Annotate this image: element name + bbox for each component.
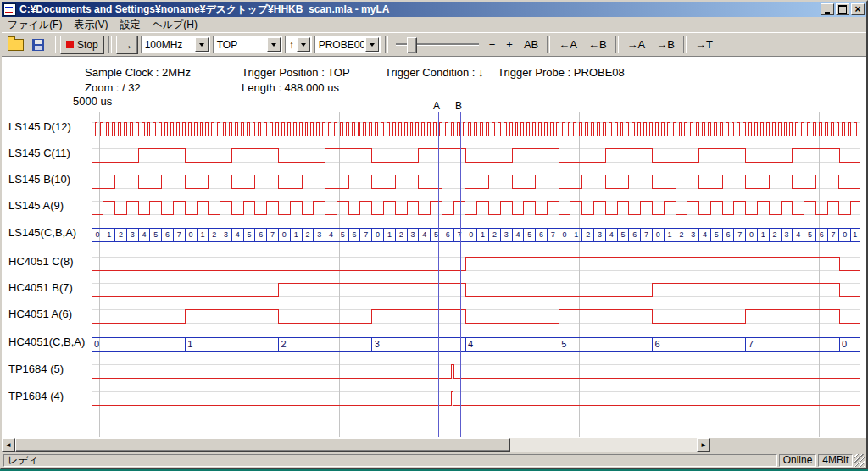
toolbar-separator (615, 36, 619, 53)
run-button[interactable]: → (116, 36, 138, 54)
trigger-probe-select[interactable]: PROBE00 (314, 36, 381, 53)
ab-button[interactable]: AB (520, 36, 542, 54)
save-floppy-icon (32, 39, 44, 51)
trigger-position-info: Trigger Position : TOP (242, 66, 350, 79)
status-message: レディ (3, 454, 777, 467)
toolbar: Stop → 100MHz TOP ↑ PROBE00 − + AB ←A ←B (2, 32, 866, 57)
window-title: C:¥Documents and Settings¥noname¥デスクトップ¥… (19, 3, 821, 17)
app-icon[interactable] (3, 3, 16, 16)
minimize-icon (825, 12, 830, 14)
zoom-out-button[interactable]: − (485, 36, 500, 54)
horizontal-scrollbar[interactable]: ◄ ► (2, 438, 710, 452)
minimize-button[interactable] (821, 3, 834, 15)
goto-marker-b-button[interactable]: ←B (584, 36, 611, 54)
length-info: Length : 488.000 us (242, 81, 339, 94)
zoom-slider[interactable] (394, 36, 481, 54)
zoom-in-button[interactable]: + (502, 36, 517, 54)
open-file-button[interactable] (5, 36, 25, 54)
open-folder-icon (8, 39, 24, 51)
toolbar-separator (108, 36, 112, 53)
trigger-position-select[interactable]: TOP (213, 36, 282, 53)
goto-marker-a-button[interactable]: ←A (554, 36, 581, 54)
toolbar-separator (683, 36, 687, 53)
resize-grip[interactable] (854, 454, 865, 467)
stop-button[interactable]: Stop (60, 36, 104, 54)
sample-clock-info: Sample Clock : 2MHz (85, 66, 191, 79)
trigger-position-value: TOP (214, 39, 266, 51)
next-marker-a-button[interactable]: →A (623, 36, 650, 54)
menu-settings[interactable]: 設定 (114, 16, 146, 34)
chevron-down-icon[interactable] (297, 37, 310, 52)
scroll-left-button[interactable]: ◄ (2, 438, 15, 452)
menubar: ファイル(F) 表示(V) 設定 ヘルプ(H) (2, 17, 866, 32)
menu-view[interactable]: 表示(V) (68, 16, 114, 34)
scrollbar-track[interactable] (15, 438, 697, 452)
statusbar: レディ Online 4MBit (2, 452, 866, 468)
window-controls: × (821, 3, 865, 15)
menu-file[interactable]: ファイル(F) (2, 16, 68, 34)
timebase-label: 5000 us (73, 95, 112, 108)
next-marker-b-button[interactable]: →B (652, 36, 679, 54)
goto-trigger-button[interactable]: →T (691, 36, 717, 54)
scroll-right-button[interactable]: ► (697, 438, 710, 452)
zoom-info: Zoom : / 32 (85, 81, 141, 94)
close-button[interactable]: × (851, 3, 865, 15)
maximize-icon (838, 5, 847, 14)
titlebar[interactable]: C:¥Documents and Settings¥noname¥デスクトップ¥… (2, 2, 866, 17)
chevron-down-icon[interactable] (365, 37, 379, 52)
scrollbar-filler (710, 438, 866, 452)
toolbar-separator (547, 36, 550, 53)
toolbar-separator (385, 36, 388, 53)
trigger-edge-select[interactable]: ↑ (285, 36, 312, 53)
trigger-condition-info: Trigger Condition : ↓ (385, 66, 484, 79)
toolbar-separator (53, 36, 56, 53)
sample-clock-select[interactable]: 100MHz (141, 36, 210, 53)
chevron-down-icon[interactable] (267, 37, 281, 52)
zoom-slider-thumb[interactable] (407, 37, 417, 53)
scrollbar-thumb[interactable] (15, 438, 510, 452)
status-memory: 4MBit (818, 454, 853, 467)
maximize-button[interactable] (836, 3, 849, 15)
status-online: Online (779, 454, 817, 467)
menu-help[interactable]: ヘルプ(H) (146, 16, 203, 34)
chevron-down-icon[interactable] (195, 37, 209, 52)
save-button[interactable] (28, 36, 48, 54)
trigger-probe-info: Trigger Probe : PROBE08 (498, 66, 625, 79)
app-window: C:¥Documents and Settings¥noname¥デスクトップ¥… (0, 0, 868, 469)
stop-label: Stop (77, 39, 98, 51)
waveform-pane[interactable] (2, 57, 866, 438)
trigger-edge-value: ↑ (286, 39, 296, 51)
close-icon: × (854, 5, 860, 14)
trigger-probe-value: PROBE00 (315, 39, 364, 51)
stop-icon (66, 41, 74, 48)
sample-clock-value: 100MHz (142, 39, 194, 51)
